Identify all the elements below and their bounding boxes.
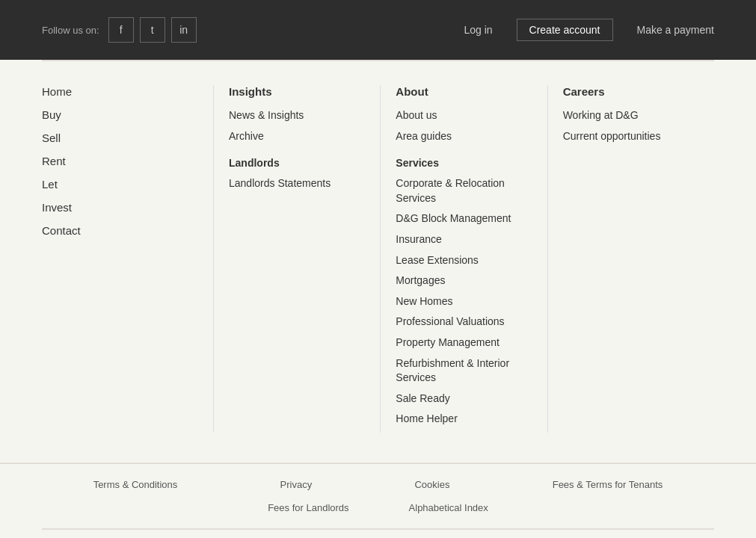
services-subheading: Services: [396, 157, 532, 169]
refurbishment-link[interactable]: Refurbishment & Interior Services: [396, 356, 532, 386]
social-icons: f t in: [108, 17, 197, 43]
follow-label: Follow us on:: [42, 25, 99, 36]
insurance-link[interactable]: Insurance: [396, 232, 532, 247]
careers-col: Careers Working at D&G Current opportuni…: [548, 85, 714, 433]
fees-landlords-link[interactable]: Fees for Landlords: [268, 502, 348, 513]
nav-buy[interactable]: Buy: [42, 108, 198, 121]
careers-heading: Careers: [563, 85, 699, 98]
footer-bottom: Terms & Conditions Privacy Cookies Fees …: [0, 463, 756, 538]
property-management-link[interactable]: Property Management: [396, 336, 532, 350]
home-helper-link[interactable]: Home Helper: [396, 412, 532, 427]
alphabetical-index-link[interactable]: Alphabetical Index: [409, 502, 488, 513]
news-insights-link[interactable]: News & Insights: [229, 108, 365, 123]
professional-valuations-link[interactable]: Professional Valuations: [396, 315, 532, 330]
create-account-link[interactable]: Create account: [517, 19, 613, 41]
current-opportunities-link[interactable]: Current opportunities: [563, 129, 699, 144]
terms-conditions-link[interactable]: Terms & Conditions: [93, 479, 178, 490]
privacy-link[interactable]: Privacy: [280, 479, 313, 490]
copyright-section: Copyright © Douglas & Gordon Ltd. 2019. …: [42, 528, 714, 538]
nav-sell[interactable]: Sell: [42, 132, 198, 144]
area-guides-link[interactable]: Area guides: [396, 129, 532, 144]
top-bar: Follow us on: f t in Log in Create accou…: [0, 0, 756, 60]
landlords-statements-link[interactable]: Landlords Statements: [229, 176, 365, 191]
follow-us-section: Follow us on: f t in: [42, 17, 197, 43]
lease-extensions-link[interactable]: Lease Extensions: [396, 253, 532, 268]
bottom-row1: Terms & Conditions Privacy Cookies Fees …: [42, 479, 714, 490]
footer-main: Home Buy Sell Rent Let Invest Contact In…: [0, 61, 756, 463]
mortgages-link[interactable]: Mortgages: [396, 273, 532, 288]
nav-invest[interactable]: Invest: [42, 201, 198, 214]
fees-terms-tenants-link[interactable]: Fees & Terms for Tenants: [553, 479, 663, 490]
nav-contact[interactable]: Contact: [42, 224, 198, 237]
landlords-subheading: Landlords: [229, 157, 365, 169]
insights-heading: Insights: [229, 85, 365, 98]
facebook-icon[interactable]: f: [108, 17, 134, 43]
new-homes-link[interactable]: New Homes: [396, 294, 532, 309]
block-management-link[interactable]: D&G Block Management: [396, 211, 532, 226]
linkedin-icon[interactable]: in: [171, 17, 197, 43]
sale-ready-link[interactable]: Sale Ready: [396, 392, 532, 406]
insights-col: Insights News & Insights Archive Landlor…: [214, 85, 381, 433]
cookies-link[interactable]: Cookies: [414, 479, 449, 490]
top-nav: Log in Create account Make a payment: [464, 19, 714, 41]
archive-link[interactable]: Archive: [229, 129, 365, 144]
corporate-relocation-link[interactable]: Corporate & Relocation Services: [396, 176, 532, 205]
about-us-link[interactable]: About us: [396, 108, 532, 123]
about-heading: About: [396, 85, 532, 98]
make-payment-link[interactable]: Make a payment: [637, 24, 715, 36]
working-at-dg-link[interactable]: Working at D&G: [563, 108, 699, 123]
nav-let[interactable]: Let: [42, 178, 198, 191]
bottom-row2: Fees for Landlords Alphabetical Index: [42, 502, 714, 513]
twitter-icon[interactable]: t: [140, 17, 165, 43]
main-nav-col: Home Buy Sell Rent Let Invest Contact: [42, 85, 214, 433]
nav-home[interactable]: Home: [42, 85, 198, 98]
about-col: About About us Area guides Services Corp…: [381, 85, 547, 433]
login-link[interactable]: Log in: [464, 24, 492, 36]
nav-rent[interactable]: Rent: [42, 155, 198, 167]
